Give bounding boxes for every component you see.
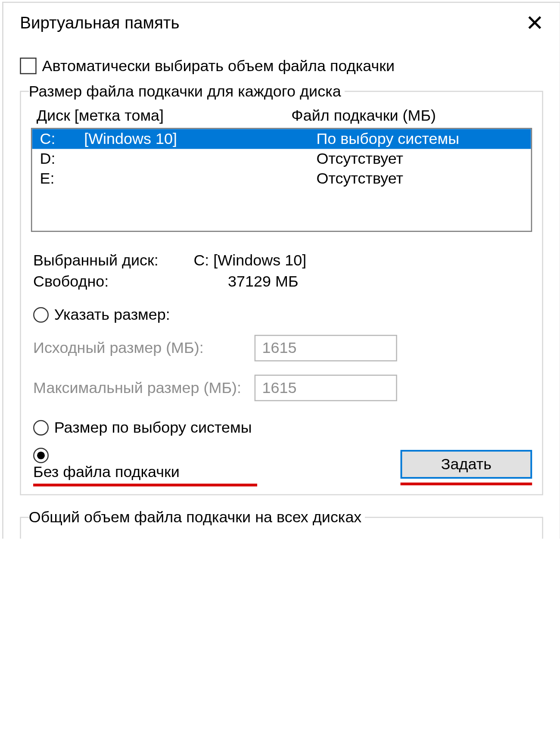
system-size-radio[interactable]	[33, 420, 49, 436]
selected-drive-label: Выбранный диск:	[33, 252, 193, 269]
auto-manage-checkbox[interactable]	[20, 58, 37, 75]
max-size-label: Максимальный размер (МБ):	[33, 379, 255, 397]
totals-group: Общий объем файла подкачки на всех диска…	[20, 508, 543, 539]
free-space-label: Свободно:	[33, 273, 193, 290]
system-size-radio-row[interactable]: Размер по выбору системы	[33, 419, 532, 437]
drive-label: [Windows 10]	[84, 130, 316, 148]
auto-manage-row[interactable]: Автоматически выбирать объем файла подка…	[20, 57, 543, 75]
custom-size-label: Указать размер:	[54, 306, 170, 324]
free-space-value: 37129 МБ	[228, 273, 299, 290]
no-paging-label: Без файла подкачки	[33, 463, 180, 480]
drive-status: Отсутствует	[316, 170, 524, 187]
highlight-line	[33, 483, 257, 486]
selected-drive-value: C: [Windows 10]	[193, 252, 306, 269]
system-size-label: Размер по выбору системы	[54, 419, 252, 437]
set-button[interactable]: Задать	[401, 450, 532, 479]
drive-row[interactable]: C: [Windows 10] По выбору системы	[32, 129, 531, 149]
initial-size-input[interactable]	[255, 335, 397, 362]
header-drive: Диск [метка тома]	[37, 107, 292, 125]
drive-group: Размер файла подкачки для каждого диска …	[20, 82, 543, 495]
drive-letter: C:	[40, 130, 84, 148]
drive-status: По выбору системы	[316, 130, 524, 148]
selected-drive-info: Выбранный диск: C: [Windows 10] Свободно…	[33, 252, 532, 290]
drive-letter: E:	[40, 170, 84, 187]
no-paging-radio[interactable]	[33, 448, 49, 463]
window-title: Виртуальная память	[20, 13, 179, 32]
no-paging-radio-row[interactable]: Без файла подкачки	[33, 448, 257, 481]
drive-row[interactable]: D: Отсутствует	[32, 149, 531, 169]
min-size-label: Минимальный размер:	[31, 536, 219, 539]
drive-row[interactable]: E: Отсутствует	[32, 169, 531, 189]
drive-letter: D:	[40, 150, 84, 168]
max-size-row: Максимальный размер (МБ):	[33, 374, 532, 401]
header-paging: Файл подкачки (МБ)	[291, 107, 526, 125]
max-size-input[interactable]	[255, 374, 397, 401]
titlebar: Виртуальная память ✕	[3, 3, 560, 41]
min-size-value: 16 МБ	[219, 536, 264, 539]
custom-size-radio-row[interactable]: Указать размер:	[33, 306, 532, 324]
drive-group-legend: Размер файла подкачки для каждого диска	[29, 82, 345, 100]
custom-size-radio[interactable]	[33, 307, 49, 323]
initial-size-row: Исходный размер (МБ):	[33, 335, 532, 362]
drive-label	[84, 150, 316, 168]
virtual-memory-dialog: Виртуальная память ✕ Автоматически выбир…	[2, 2, 560, 539]
close-icon[interactable]: ✕	[521, 12, 549, 34]
auto-manage-label: Автоматически выбирать объем файла подка…	[42, 57, 395, 75]
drive-list-headers: Диск [метка тома] Файл подкачки (МБ)	[31, 105, 532, 128]
drive-label	[84, 170, 316, 187]
initial-size-label: Исходный размер (МБ):	[33, 339, 255, 357]
drive-list[interactable]: C: [Windows 10] По выбору системы D: Отс…	[31, 128, 532, 232]
totals-legend: Общий объем файла подкачки на всех диска…	[29, 508, 365, 526]
drive-status: Отсутствует	[316, 150, 524, 168]
